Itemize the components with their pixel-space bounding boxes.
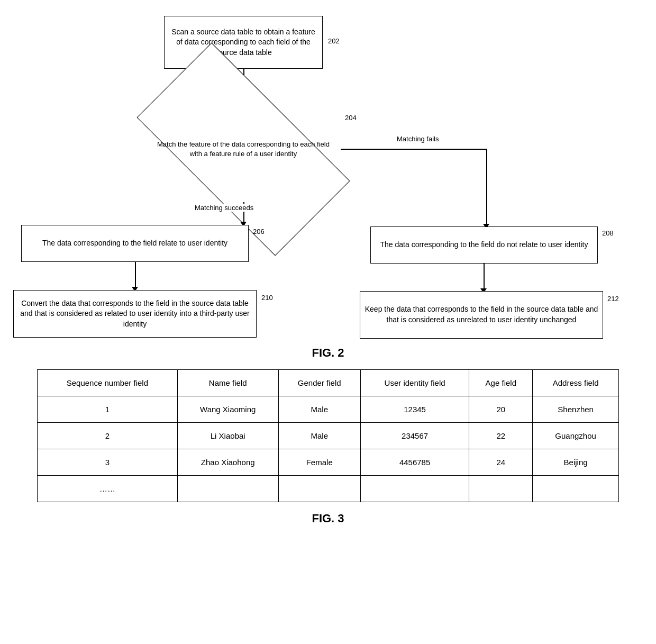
table-cell: 12345	[360, 396, 469, 423]
step-202-ref: 202	[328, 37, 340, 45]
step-212-ref: 212	[607, 295, 619, 303]
step-206-box: The data corresponding to the field rela…	[21, 225, 249, 262]
table-cell: 234567	[360, 423, 469, 449]
table-cell: 4456785	[360, 449, 469, 476]
table-cell: Wang Xiaoming	[177, 396, 278, 423]
table-cell: Male	[278, 396, 360, 423]
data-table-section: Sequence number field Name field Gender …	[37, 369, 619, 502]
step-206-ref: 206	[253, 228, 265, 235]
table-cell	[278, 476, 360, 502]
step-210-ref: 210	[261, 294, 273, 302]
step-208-ref: 208	[602, 229, 614, 237]
fig3-label: FIG. 3	[11, 512, 645, 525]
col-header-user-identity: User identity field	[360, 370, 469, 396]
col-header-age: Age field	[469, 370, 533, 396]
step-202-label: Scan a source data table to obtain a fea…	[169, 27, 318, 58]
flowchart: Scan a source data table to obtain a fea…	[11, 11, 645, 339]
table-cell	[360, 476, 469, 502]
arrow-206-210	[135, 262, 136, 288]
col-header-sequence: Sequence number field	[38, 370, 178, 396]
step-212-box: Keep the data that corresponds to the fi…	[360, 291, 603, 339]
step-210-box: Convert the data that corresponds to the…	[13, 290, 257, 338]
table-cell	[177, 476, 278, 502]
table-cell: 24	[469, 449, 533, 476]
step-204-ref: 204	[345, 114, 357, 122]
table-cell: 20	[469, 396, 533, 423]
step-210-label: Convert the data that corresponds to the…	[18, 298, 252, 330]
table-cell: 22	[469, 423, 533, 449]
table-cell	[533, 476, 619, 502]
step-208-label: The data corresponding to the field do n…	[380, 240, 588, 250]
step-212-label: Keep the data that corresponds to the fi…	[365, 304, 598, 325]
table-cell: ……	[38, 476, 178, 502]
col-header-name: Name field	[177, 370, 278, 396]
table-cell: Male	[278, 423, 360, 449]
matching-succeeds-label: Matching succeeds	[195, 204, 253, 212]
table-row: 2Li XiaobaiMale23456722Guangzhou	[38, 423, 619, 449]
step-206-label: The data corresponding to the field rela…	[42, 238, 227, 249]
table-cell: Zhao Xiaohong	[177, 449, 278, 476]
table-cell: 2	[38, 423, 178, 449]
table-cell: Li Xiaobai	[177, 423, 278, 449]
table-row: ……	[38, 476, 619, 502]
step-202-box: Scan a source data table to obtain a fea…	[164, 16, 323, 69]
table-cell	[469, 476, 533, 502]
table-cell: Shenzhen	[533, 396, 619, 423]
arrow-204-208-h	[341, 149, 487, 150]
table-row: 1Wang XiaomingMale1234520Shenzhen	[38, 396, 619, 423]
matching-fails-label: Matching fails	[397, 135, 439, 143]
arrow-204-208-v	[486, 149, 487, 225]
table-cell: Guangzhou	[533, 423, 619, 449]
table-row: 3Zhao XiaohongFemale445678524Beijing	[38, 449, 619, 476]
data-table: Sequence number field Name field Gender …	[37, 369, 619, 502]
table-cell: 1	[38, 396, 178, 423]
table-cell: Female	[278, 449, 360, 476]
table-cell: 3	[38, 449, 178, 476]
col-header-address: Address field	[533, 370, 619, 396]
fig2-label: FIG. 2	[11, 346, 645, 360]
arrow-208-212	[484, 264, 485, 290]
step-204-diamond: Match the feature of the data correspond…	[145, 96, 341, 202]
col-header-gender: Gender field	[278, 370, 360, 396]
table-cell: Beijing	[533, 449, 619, 476]
step-204-label: Match the feature of the data correspond…	[145, 134, 341, 164]
table-header-row: Sequence number field Name field Gender …	[38, 370, 619, 396]
step-208-box: The data corresponding to the field do n…	[370, 226, 598, 264]
